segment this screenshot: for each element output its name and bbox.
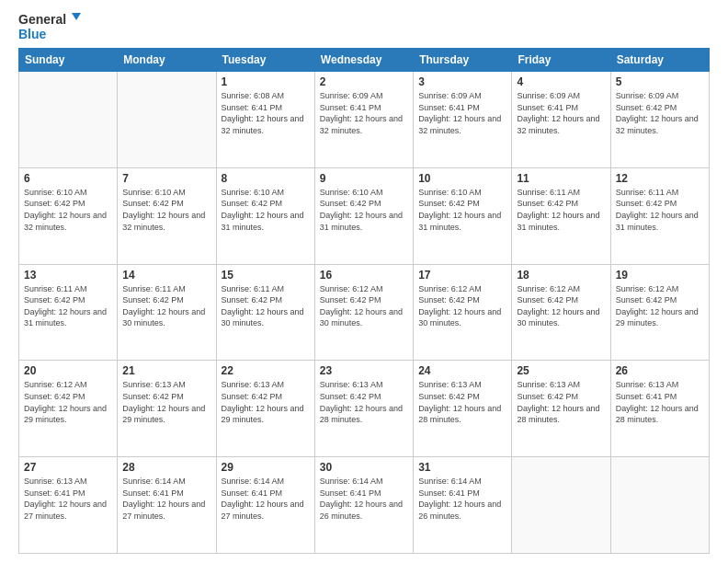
table-row: 16Sunrise: 6:12 AMSunset: 6:42 PMDayligh… xyxy=(314,264,413,361)
day-number: 21 xyxy=(122,364,210,377)
table-row xyxy=(19,72,118,168)
table-row: 4Sunrise: 6:09 AMSunset: 6:41 PMDaylight… xyxy=(512,72,610,168)
table-row: 10Sunrise: 6:10 AMSunset: 6:42 PMDayligh… xyxy=(414,167,512,264)
table-row: 31Sunrise: 6:14 AMSunset: 6:41 PMDayligh… xyxy=(414,457,512,554)
col-monday: Monday xyxy=(118,49,216,72)
day-number: 7 xyxy=(122,172,210,185)
day-info: Sunrise: 6:11 AMSunset: 6:42 PMDaylight:… xyxy=(517,187,605,233)
day-info: Sunrise: 6:13 AMSunset: 6:41 PMDaylight:… xyxy=(24,476,112,522)
svg-text:General: General xyxy=(18,12,66,27)
col-friday: Friday xyxy=(512,49,610,72)
calendar-week-row: 27Sunrise: 6:13 AMSunset: 6:41 PMDayligh… xyxy=(19,457,710,554)
calendar-week-row: 6Sunrise: 6:10 AMSunset: 6:42 PMDaylight… xyxy=(19,167,710,264)
table-row: 21Sunrise: 6:13 AMSunset: 6:42 PMDayligh… xyxy=(118,361,216,457)
col-wednesday: Wednesday xyxy=(314,49,413,72)
col-saturday: Saturday xyxy=(610,49,709,72)
table-row xyxy=(610,457,709,554)
svg-marker-2 xyxy=(72,13,81,20)
day-info: Sunrise: 6:10 AMSunset: 6:42 PMDaylight:… xyxy=(24,187,112,233)
day-info: Sunrise: 6:09 AMSunset: 6:42 PMDaylight:… xyxy=(616,90,704,136)
day-info: Sunrise: 6:13 AMSunset: 6:42 PMDaylight:… xyxy=(418,379,506,425)
table-row: 28Sunrise: 6:14 AMSunset: 6:41 PMDayligh… xyxy=(118,457,216,554)
day-number: 28 xyxy=(122,461,210,474)
day-info: Sunrise: 6:12 AMSunset: 6:42 PMDaylight:… xyxy=(517,283,605,329)
table-row xyxy=(118,72,216,168)
day-number: 16 xyxy=(320,269,408,282)
table-row: 12Sunrise: 6:11 AMSunset: 6:42 PMDayligh… xyxy=(610,167,709,264)
table-row: 25Sunrise: 6:13 AMSunset: 6:42 PMDayligh… xyxy=(512,361,610,457)
table-row: 2Sunrise: 6:09 AMSunset: 6:41 PMDaylight… xyxy=(314,72,413,168)
day-info: Sunrise: 6:12 AMSunset: 6:42 PMDaylight:… xyxy=(24,379,112,425)
day-number: 31 xyxy=(418,461,506,474)
day-number: 20 xyxy=(24,364,112,377)
day-number: 13 xyxy=(24,269,112,282)
day-number: 19 xyxy=(616,269,704,282)
table-row: 5Sunrise: 6:09 AMSunset: 6:42 PMDaylight… xyxy=(610,72,709,168)
table-row: 11Sunrise: 6:11 AMSunset: 6:42 PMDayligh… xyxy=(512,167,610,264)
day-info: Sunrise: 6:13 AMSunset: 6:42 PMDaylight:… xyxy=(517,379,605,425)
day-info: Sunrise: 6:10 AMSunset: 6:42 PMDaylight:… xyxy=(418,187,506,233)
day-info: Sunrise: 6:11 AMSunset: 6:42 PMDaylight:… xyxy=(122,283,210,329)
day-number: 10 xyxy=(418,172,506,185)
day-number: 5 xyxy=(616,75,704,88)
day-info: Sunrise: 6:11 AMSunset: 6:42 PMDaylight:… xyxy=(222,283,310,329)
day-info: Sunrise: 6:12 AMSunset: 6:42 PMDaylight:… xyxy=(320,283,408,329)
logo: General Blue xyxy=(18,9,83,42)
day-number: 3 xyxy=(418,75,506,88)
day-info: Sunrise: 6:14 AMSunset: 6:41 PMDaylight:… xyxy=(222,476,310,522)
day-number: 24 xyxy=(418,364,506,377)
table-row: 24Sunrise: 6:13 AMSunset: 6:42 PMDayligh… xyxy=(414,361,512,457)
day-info: Sunrise: 6:10 AMSunset: 6:42 PMDaylight:… xyxy=(222,187,310,233)
day-info: Sunrise: 6:14 AMSunset: 6:41 PMDaylight:… xyxy=(418,476,506,522)
day-info: Sunrise: 6:13 AMSunset: 6:41 PMDaylight:… xyxy=(616,379,704,425)
table-row: 14Sunrise: 6:11 AMSunset: 6:42 PMDayligh… xyxy=(118,264,216,361)
day-info: Sunrise: 6:09 AMSunset: 6:41 PMDaylight:… xyxy=(320,90,408,136)
day-number: 22 xyxy=(222,364,310,377)
day-number: 27 xyxy=(24,461,112,474)
day-number: 6 xyxy=(24,172,112,185)
day-info: Sunrise: 6:10 AMSunset: 6:42 PMDaylight:… xyxy=(320,187,408,233)
day-number: 9 xyxy=(320,172,408,185)
day-number: 2 xyxy=(320,75,408,88)
day-info: Sunrise: 6:08 AMSunset: 6:41 PMDaylight:… xyxy=(222,90,310,136)
calendar-week-row: 1Sunrise: 6:08 AMSunset: 6:41 PMDaylight… xyxy=(19,72,710,168)
day-info: Sunrise: 6:13 AMSunset: 6:42 PMDaylight:… xyxy=(222,379,310,425)
calendar-header-row: Sunday Monday Tuesday Wednesday Thursday… xyxy=(19,49,710,72)
day-number: 18 xyxy=(517,269,605,282)
calendar-week-row: 13Sunrise: 6:11 AMSunset: 6:42 PMDayligh… xyxy=(19,264,710,361)
table-row: 3Sunrise: 6:09 AMSunset: 6:41 PMDaylight… xyxy=(414,72,512,168)
col-thursday: Thursday xyxy=(414,49,512,72)
day-info: Sunrise: 6:11 AMSunset: 6:42 PMDaylight:… xyxy=(616,187,704,233)
day-number: 1 xyxy=(222,75,310,88)
table-row: 9Sunrise: 6:10 AMSunset: 6:42 PMDaylight… xyxy=(314,167,413,264)
day-number: 15 xyxy=(222,269,310,282)
table-row: 27Sunrise: 6:13 AMSunset: 6:41 PMDayligh… xyxy=(19,457,118,554)
table-row: 26Sunrise: 6:13 AMSunset: 6:41 PMDayligh… xyxy=(610,361,709,457)
day-number: 12 xyxy=(616,172,704,185)
col-tuesday: Tuesday xyxy=(216,49,314,72)
day-number: 14 xyxy=(122,269,210,282)
day-info: Sunrise: 6:09 AMSunset: 6:41 PMDaylight:… xyxy=(517,90,605,136)
table-row: 1Sunrise: 6:08 AMSunset: 6:41 PMDaylight… xyxy=(216,72,314,168)
table-row: 15Sunrise: 6:11 AMSunset: 6:42 PMDayligh… xyxy=(216,264,314,361)
svg-text:Blue: Blue xyxy=(18,27,47,41)
table-row: 23Sunrise: 6:13 AMSunset: 6:42 PMDayligh… xyxy=(314,361,413,457)
col-sunday: Sunday xyxy=(19,49,118,72)
table-row: 22Sunrise: 6:13 AMSunset: 6:42 PMDayligh… xyxy=(216,361,314,457)
day-number: 8 xyxy=(222,172,310,185)
day-info: Sunrise: 6:14 AMSunset: 6:41 PMDaylight:… xyxy=(320,476,408,522)
day-number: 29 xyxy=(222,461,310,474)
table-row: 18Sunrise: 6:12 AMSunset: 6:42 PMDayligh… xyxy=(512,264,610,361)
table-row: 19Sunrise: 6:12 AMSunset: 6:42 PMDayligh… xyxy=(610,264,709,361)
day-info: Sunrise: 6:13 AMSunset: 6:42 PMDaylight:… xyxy=(320,379,408,425)
day-number: 30 xyxy=(320,461,408,474)
day-info: Sunrise: 6:11 AMSunset: 6:42 PMDaylight:… xyxy=(24,283,112,329)
day-number: 4 xyxy=(517,75,605,88)
table-row: 20Sunrise: 6:12 AMSunset: 6:42 PMDayligh… xyxy=(19,361,118,457)
table-row: 29Sunrise: 6:14 AMSunset: 6:41 PMDayligh… xyxy=(216,457,314,554)
day-number: 25 xyxy=(517,364,605,377)
day-info: Sunrise: 6:13 AMSunset: 6:42 PMDaylight:… xyxy=(122,379,210,425)
table-row: 6Sunrise: 6:10 AMSunset: 6:42 PMDaylight… xyxy=(19,167,118,264)
day-info: Sunrise: 6:10 AMSunset: 6:42 PMDaylight:… xyxy=(122,187,210,233)
table-row xyxy=(512,457,610,554)
